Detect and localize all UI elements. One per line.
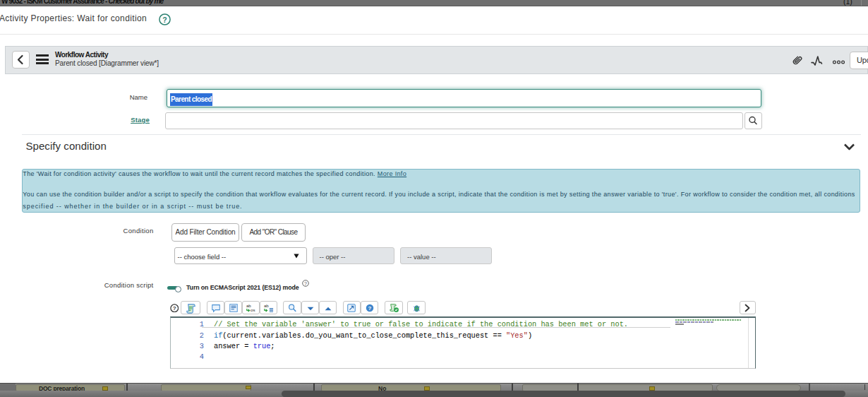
- svg-text:ab: ab: [264, 303, 269, 308]
- svg-text:os: os: [251, 307, 255, 312]
- svg-text:?: ?: [368, 305, 371, 312]
- svg-text:?: ?: [172, 305, 176, 312]
- svg-text:?: ?: [304, 281, 307, 286]
- svg-text:?: ?: [162, 16, 167, 24]
